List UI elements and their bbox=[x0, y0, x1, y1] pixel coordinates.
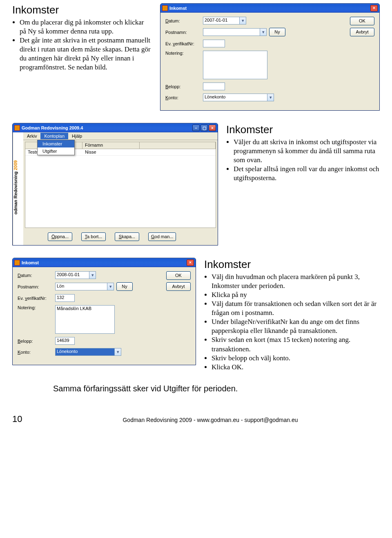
section3-bullet: Klicka OK. bbox=[212, 363, 380, 372]
notering-input[interactable] bbox=[203, 51, 267, 79]
menu-arkiv[interactable]: Arkiv bbox=[23, 133, 40, 139]
verifikat-label: Ev. verifikatNr: bbox=[165, 41, 200, 46]
verifikat-input[interactable] bbox=[203, 40, 225, 47]
ok-button[interactable]: OK bbox=[350, 17, 374, 25]
section2-list: Väljer du att skriva in inkomst och utgi… bbox=[226, 138, 380, 183]
notering-label: Notering: bbox=[18, 305, 53, 310]
verifikat-input[interactable]: 132 bbox=[55, 294, 75, 302]
section1-heading: Inkomster bbox=[12, 3, 152, 17]
cell: Nisse bbox=[82, 149, 140, 155]
datum-combo[interactable]: 2008-01-01 ▾ bbox=[55, 271, 96, 279]
section3-bullet: Klicka på ny bbox=[212, 290, 380, 299]
avbryt-button[interactable]: Avbryt bbox=[350, 28, 374, 36]
ny-button[interactable]: Ny bbox=[116, 282, 133, 291]
ny-button[interactable]: Ny bbox=[269, 28, 285, 36]
submenu-utgifter[interactable]: Utgifter bbox=[38, 147, 74, 155]
chevron-down-icon[interactable]: ▾ bbox=[107, 283, 114, 290]
postnamn-input[interactable] bbox=[203, 28, 260, 36]
konto-input[interactable]: Lönekonto bbox=[203, 94, 267, 101]
inkomst-dialog-2: Inkomst × Datum: 2008-01-01 ▾ Postnamn: bbox=[12, 258, 196, 365]
summary-text: Samma förfaringssätt sker vid Utgifter f… bbox=[53, 384, 380, 393]
footer-text: Godman Redovisning 2009 - www.godman.eu … bbox=[41, 417, 380, 423]
notering-input[interactable]: Månadslön LKAB bbox=[55, 305, 115, 334]
section2-heading: Inkomster bbox=[226, 123, 380, 137]
dialog-title: Inkomst bbox=[169, 6, 370, 11]
menu-kontoplan[interactable]: Kontoplan bbox=[40, 133, 68, 139]
konto-label: Konto: bbox=[165, 95, 200, 100]
postnamn-combo[interactable]: Lön ▾ bbox=[55, 283, 114, 290]
app-icon bbox=[14, 125, 20, 131]
belopp-label: Belopp: bbox=[165, 84, 200, 89]
chevron-down-icon[interactable]: ▾ bbox=[260, 28, 267, 36]
app-icon bbox=[162, 5, 168, 11]
section3-heading: Inkomster bbox=[204, 258, 380, 272]
main-app-window: Godman Redovisning 2009.4 – ▢ × odman Re… bbox=[12, 123, 218, 246]
belopp-label: Belopp: bbox=[18, 339, 53, 344]
konto-input[interactable]: Lönekonto bbox=[55, 348, 115, 356]
datum-input[interactable]: 2008-01-01 bbox=[55, 271, 89, 279]
col-3-header[interactable] bbox=[140, 142, 216, 149]
section2-bullet: Väljer du att skriva in inkomst och utgi… bbox=[234, 138, 380, 165]
app-icon bbox=[14, 260, 20, 266]
konto-combo[interactable]: Lönekonto ▾ bbox=[203, 94, 274, 101]
chevron-down-icon[interactable]: ▾ bbox=[267, 94, 274, 101]
avbryt-button[interactable]: Avbryt bbox=[166, 282, 191, 291]
godman-button[interactable]: God man... bbox=[148, 232, 176, 241]
submenu-inkomster[interactable]: Inkomster bbox=[38, 140, 74, 147]
section3-list: Välj din huvudman och placera markören p… bbox=[204, 272, 380, 372]
section3-bullet: Skriv sedan en kort (max 15 tecken) note… bbox=[212, 335, 380, 353]
konto-combo[interactable]: Lönekonto ▾ bbox=[55, 348, 121, 356]
belopp-input[interactable]: 14639 bbox=[55, 337, 75, 345]
close-icon[interactable]: × bbox=[187, 259, 194, 266]
inkomst-dialog-1: Inkomst × Datum: 2007-01-01 ▾ Postnamn: bbox=[160, 3, 380, 111]
maximize-icon[interactable]: ▢ bbox=[200, 125, 208, 131]
chevron-down-icon[interactable]: ▾ bbox=[240, 17, 246, 25]
page-number: 10 bbox=[12, 414, 41, 424]
belopp-input[interactable] bbox=[203, 83, 225, 90]
tabort-button[interactable]: Ta bort... bbox=[81, 232, 106, 241]
page-footer: 10 Godman Redovisning 2009 - www.godman.… bbox=[12, 414, 380, 424]
menu-hjalp[interactable]: Hjälp bbox=[68, 133, 86, 139]
chevron-down-icon[interactable]: ▾ bbox=[115, 348, 121, 356]
datum-input[interactable]: 2007-01-01 bbox=[203, 17, 240, 25]
minimize-icon[interactable]: – bbox=[192, 125, 200, 131]
dialog-title: Inkomst bbox=[22, 260, 187, 265]
skapa-button[interactable]: Skapa... bbox=[115, 232, 139, 241]
section2-bullet: Det spelar alltså ingen roll var du ange… bbox=[234, 165, 380, 183]
section3-bullet: Under bilageNr/verifikatNr kan du ange o… bbox=[212, 317, 380, 335]
close-icon[interactable]: × bbox=[370, 5, 378, 11]
section3-bullet: Välj din huvudman och placera markören p… bbox=[212, 272, 380, 290]
section1-bullet: Det går inte att skriva in ett postnamn … bbox=[20, 36, 152, 72]
section1-list: Om du placerar dig på inkomster och klic… bbox=[12, 18, 152, 72]
app-title: Godman Redovisning 2009.4 bbox=[22, 125, 192, 130]
section3-bullet: Skriv belopp och välj konto. bbox=[212, 354, 380, 363]
menubar: Arkiv Kontoplan Hjälp bbox=[23, 132, 218, 140]
notering-label: Notering: bbox=[165, 51, 200, 56]
datum-combo[interactable]: 2007-01-01 ▾ bbox=[203, 17, 246, 25]
section3-bullet: Välj datum för transaktionen och sedan v… bbox=[212, 299, 380, 317]
submenu: Inkomster Utgifter bbox=[37, 140, 75, 155]
section1-bullet: Om du placerar dig på inkomster och klic… bbox=[20, 18, 152, 36]
datum-label: Datum: bbox=[165, 18, 200, 23]
chevron-down-icon[interactable]: ▾ bbox=[89, 271, 96, 279]
oppna-button[interactable]: Öppna... bbox=[48, 232, 72, 241]
postnamn-label: Postnamn: bbox=[165, 30, 200, 35]
datum-label: Datum: bbox=[18, 273, 53, 278]
ok-button[interactable]: OK bbox=[166, 271, 191, 280]
close-icon[interactable]: × bbox=[209, 125, 216, 131]
postnamn-label: Postnamn: bbox=[18, 284, 53, 289]
konto-label: Konto: bbox=[18, 350, 53, 355]
postnamn-combo[interactable]: ▾ bbox=[203, 28, 267, 36]
verifikat-label: Ev. verifikatNr: bbox=[18, 296, 53, 301]
postnamn-input[interactable]: Lön bbox=[55, 283, 107, 290]
col-2-header[interactable]: Förnamn bbox=[82, 142, 140, 149]
app-sidebar-logo: odman Redovisning 2009 bbox=[13, 132, 23, 245]
